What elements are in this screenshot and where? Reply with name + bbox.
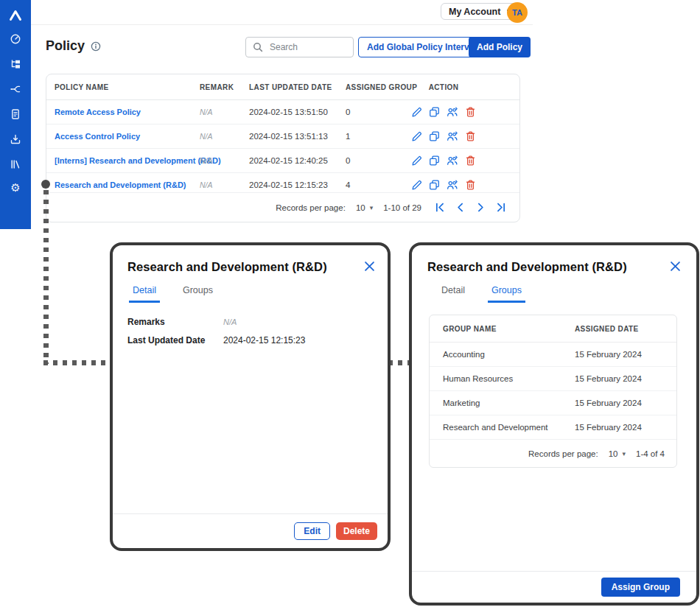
assigned-date: 15 February 2024 xyxy=(575,374,642,383)
sidebar-item-hierarchy[interactable] xyxy=(0,58,31,70)
page-prev-button[interactable] xyxy=(455,203,465,212)
assign-group-icon[interactable] xyxy=(447,180,458,191)
records-per-page-select[interactable]: 10 ▾ xyxy=(356,203,373,212)
close-icon[interactable] xyxy=(671,262,680,271)
tab-groups[interactable]: Groups xyxy=(488,285,525,303)
table-header-row: POLICY NAME REMARK LAST UPDATED DATE ASS… xyxy=(46,74,519,100)
group-row: Research and Development 15 February 202… xyxy=(430,415,676,440)
add-global-policy-interval-button[interactable]: Add Global Policy Interval xyxy=(358,37,486,57)
search-input[interactable] xyxy=(268,41,346,53)
last-updated-value: 2024-02-15 12:15:23 xyxy=(249,180,328,189)
assign-group-icon[interactable] xyxy=(447,107,458,118)
tab-detail[interactable]: Detail xyxy=(438,285,469,303)
edit-icon[interactable] xyxy=(411,107,422,118)
records-per-page-label: Records per page: xyxy=(276,203,346,212)
assigned-date: 15 February 2024 xyxy=(575,399,642,407)
policy-table: POLICY NAME REMARK LAST UPDATED DATE ASS… xyxy=(46,74,520,222)
delete-button[interactable]: Delete xyxy=(336,522,377,540)
policy-groups-modal: Research and Development (R&D) Detail Gr… xyxy=(409,242,699,606)
search-icon xyxy=(253,42,263,52)
app-window: ⚙ My Account TA Policy Add Global Policy… xyxy=(0,0,533,229)
library-books-icon xyxy=(10,158,21,170)
modal-title: Research and Development (R&D) xyxy=(427,260,627,274)
delete-icon[interactable] xyxy=(465,180,476,191)
edit-button[interactable]: Edit xyxy=(294,522,330,540)
sidebar-item-policy[interactable] xyxy=(0,108,31,120)
remark-value: N/A xyxy=(200,156,213,165)
col-policy-name: POLICY NAME xyxy=(55,83,109,91)
col-action: ACTION xyxy=(399,83,489,91)
duplicate-icon[interactable] xyxy=(429,180,440,191)
my-account-label: My Account xyxy=(449,7,500,17)
last-updated-value: 2024-02-15 12:40:25 xyxy=(249,156,328,165)
sidebar-item-workflow[interactable] xyxy=(0,83,31,95)
caret-down-icon: ▾ xyxy=(622,450,626,457)
assign-group-icon[interactable] xyxy=(447,155,458,166)
group-name: Research and Development xyxy=(443,423,548,432)
modal-title: Research and Development (R&D) xyxy=(127,260,327,274)
caret-down-icon: ▾ xyxy=(370,204,374,211)
sidebar: ⚙ xyxy=(0,0,31,229)
pagination-range: 1-10 of 29 xyxy=(383,203,421,212)
col-remark: REMARK xyxy=(200,83,234,91)
page-title: Policy xyxy=(46,38,85,54)
policy-name-link[interactable]: [Interns] Research and Development (R&D) xyxy=(55,156,221,165)
col-last-updated: LAST UPDATED DATE xyxy=(249,83,332,91)
document-icon xyxy=(10,108,21,120)
groups-pagination: Records per page: 10 ▾ 1-4 of 4 xyxy=(430,440,676,467)
edit-icon[interactable] xyxy=(411,180,422,191)
app-logo xyxy=(0,9,31,22)
group-name: Marketing xyxy=(443,399,480,407)
assigned-group-count: 1 xyxy=(346,132,350,141)
page-last-button[interactable] xyxy=(497,203,506,212)
logo-chevron-icon xyxy=(8,9,23,22)
sidebar-item-settings[interactable]: ⚙ xyxy=(0,182,31,193)
delete-icon[interactable] xyxy=(465,107,476,118)
edit-icon[interactable] xyxy=(411,155,422,166)
delete-icon[interactable] xyxy=(465,131,476,142)
last-updated-value: 2024-02-15 13:51:50 xyxy=(249,108,328,116)
records-per-page-select[interactable]: 10 ▾ xyxy=(609,449,626,458)
policy-name-link[interactable]: Remote Access Policy xyxy=(55,108,141,116)
policy-name-link[interactable]: Access Control Policy xyxy=(55,132,140,141)
table-row: Remote Access Policy N/A 2024-02-15 13:5… xyxy=(46,100,519,124)
page-next-button[interactable] xyxy=(476,203,486,212)
group-name: Human Resources xyxy=(443,374,513,383)
dashboard-gauge-icon xyxy=(10,33,21,45)
assigned-date: 15 February 2024 xyxy=(575,423,642,432)
close-icon[interactable] xyxy=(365,262,374,271)
sidebar-item-library[interactable] xyxy=(0,158,31,170)
group-name: Accounting xyxy=(443,350,485,359)
tab-detail[interactable]: Detail xyxy=(129,285,160,303)
sidebar-item-dashboard[interactable] xyxy=(0,33,31,45)
sidebar-item-import[interactable] xyxy=(0,133,31,145)
assigned-group-count: 4 xyxy=(346,180,350,189)
field-label-remarks: Remarks xyxy=(127,317,223,327)
assign-group-icon[interactable] xyxy=(447,131,458,142)
settings-gear-icon: ⚙ xyxy=(10,182,20,193)
records-per-page-value: 10 xyxy=(609,449,618,458)
row-actions xyxy=(399,155,489,166)
search-box xyxy=(245,37,354,57)
page-first-button[interactable] xyxy=(435,203,444,212)
table-row: Access Control Policy N/A 2024-02-15 13:… xyxy=(46,124,519,149)
add-policy-button[interactable]: Add Policy xyxy=(469,37,531,57)
avatar[interactable]: TA xyxy=(507,2,528,23)
last-updated-value: 2024-02-15 13:51:13 xyxy=(249,132,328,141)
records-per-page-value: 10 xyxy=(356,203,365,212)
delete-icon[interactable] xyxy=(465,155,476,166)
pagination-range: 1-4 of 4 xyxy=(636,449,665,458)
assign-group-button[interactable]: Assign Group xyxy=(601,578,680,597)
duplicate-icon[interactable] xyxy=(429,131,440,142)
col-assigned-date: ASSIGNED DATE xyxy=(575,325,639,333)
duplicate-icon[interactable] xyxy=(429,107,440,118)
group-row: Marketing 15 February 2024 xyxy=(430,391,676,415)
info-icon[interactable] xyxy=(91,41,101,52)
annotation-dotted-line-vertical xyxy=(43,190,49,364)
records-per-page-label: Records per page: xyxy=(528,449,598,458)
assigned-date: 15 February 2024 xyxy=(575,350,642,359)
tab-groups[interactable]: Groups xyxy=(179,285,217,303)
edit-icon[interactable] xyxy=(411,131,422,142)
duplicate-icon[interactable] xyxy=(429,155,440,166)
policy-name-link[interactable]: Research and Development (R&D) xyxy=(55,180,186,189)
